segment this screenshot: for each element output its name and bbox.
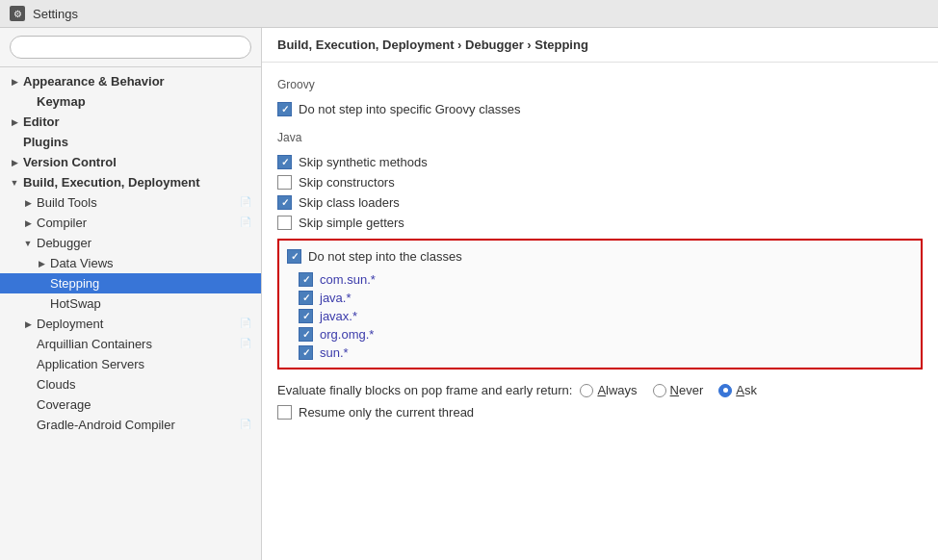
java-section-label: Java [277, 131, 923, 144]
checkbox-row-skip-simple-getters: Skip simple getters [277, 213, 923, 233]
radio-option-always[interactable]: Always [580, 383, 637, 397]
arrow-icon: ▶ [8, 75, 21, 89]
page-icon: 📄 [240, 338, 253, 351]
sidebar-item-clouds[interactable]: Clouds [0, 374, 261, 395]
never-radio-label: Never [670, 383, 704, 397]
arrow-icon [21, 419, 35, 432]
skip-class-loaders-label: Skip class loaders [299, 195, 400, 210]
evaluate-label: Evaluate finally blocks on pop frame and… [277, 383, 572, 397]
sidebar-item-editor[interactable]: ▶ Editor [0, 112, 261, 132]
sidebar-item-label: Compiler [37, 216, 236, 230]
always-radio[interactable] [580, 384, 593, 397]
resume-thread-label: Resume only the current thread [299, 405, 474, 420]
javax-checkbox[interactable] [299, 309, 313, 323]
page-icon: 📄 [240, 318, 253, 331]
arrow-icon [21, 358, 35, 371]
arrow-icon [21, 398, 35, 412]
skip-simple-getters-label: Skip simple getters [299, 216, 404, 230]
do-not-step-checkbox[interactable] [287, 249, 301, 264]
never-radio[interactable] [653, 384, 666, 397]
arrow-icon [21, 378, 35, 392]
com-sun-checkbox[interactable] [299, 272, 313, 287]
sidebar-item-label: Deployment [37, 317, 236, 331]
org-omg-label: org.omg.* [320, 327, 374, 342]
arrow-icon [8, 136, 21, 149]
resume-thread-checkbox[interactable] [277, 405, 292, 420]
class-item-sun: sun.* [295, 344, 913, 362]
sidebar: ▶ Appearance & Behavior Keymap ▶ Editor … [0, 28, 262, 560]
sidebar-item-label: Arquillian Containers [37, 337, 236, 351]
always-radio-label: Always [597, 383, 637, 397]
sidebar-item-label: HotSwap [50, 296, 253, 311]
sidebar-item-app-servers[interactable]: Application Servers [0, 354, 261, 374]
skip-constructors-checkbox[interactable] [277, 175, 292, 190]
sidebar-item-version-control[interactable]: ▶ Version Control [0, 152, 261, 172]
do-not-step-header-row: Do not step into the classes [287, 246, 913, 267]
sidebar-item-plugins[interactable]: Plugins [0, 132, 261, 152]
javax-label: javax.* [320, 309, 357, 323]
arrow-icon: ▼ [8, 176, 21, 190]
sidebar-item-debugger[interactable]: ▼ Debugger [0, 233, 261, 253]
ask-radio-label: Ask [736, 383, 757, 397]
class-item-java: java.* [295, 289, 913, 307]
arrow-icon: ▶ [8, 156, 21, 169]
checkbox-row-skip-class-loaders: Skip class loaders [277, 192, 923, 213]
sidebar-item-coverage[interactable]: Coverage [0, 395, 261, 415]
radio-option-never[interactable]: Never [653, 383, 704, 397]
sun-checkbox[interactable] [299, 345, 313, 360]
groovy-section-label: Groovy [277, 78, 923, 91]
sidebar-item-label: Build Tools [37, 195, 236, 210]
sidebar-item-label: Clouds [37, 377, 253, 392]
sidebar-item-label: Stepping [50, 276, 253, 291]
sidebar-item-data-views[interactable]: ▶ Data Views [0, 253, 261, 273]
skip-simple-getters-checkbox[interactable] [277, 216, 292, 230]
class-item-org-omg: org.omg.* [295, 325, 913, 344]
checkbox-row-groovy-no-step: Do not step into specific Groovy classes [277, 99, 923, 119]
evaluate-row: Evaluate finally blocks on pop frame and… [277, 383, 923, 397]
class-item-com-sun: com.sun.* [295, 270, 913, 289]
search-input[interactable] [10, 36, 251, 59]
groovy-no-step-checkbox[interactable] [277, 102, 292, 116]
title-bar-label: Settings [33, 7, 78, 21]
sidebar-item-label: Build, Execution, Deployment [23, 175, 253, 190]
arrow-icon [35, 277, 48, 291]
skip-constructors-label: Skip constructors [299, 175, 395, 190]
sidebar-item-appearance[interactable]: ▶ Appearance & Behavior [0, 71, 261, 91]
arrow-icon [21, 95, 35, 109]
sidebar-item-arquillian[interactable]: Arquillian Containers 📄 [0, 334, 261, 354]
com-sun-label: com.sun.* [320, 272, 376, 287]
radio-option-ask[interactable]: Ask [718, 383, 757, 397]
ask-radio[interactable] [718, 384, 732, 397]
page-icon: 📄 [240, 216, 253, 230]
arrow-icon: ▶ [21, 216, 35, 230]
checkbox-row-skip-constructors: Skip constructors [277, 172, 923, 192]
sidebar-item-compiler[interactable]: ▶ Compiler 📄 [0, 213, 261, 233]
breadcrumb: Build, Execution, Deployment › Debugger … [262, 28, 938, 63]
arrow-icon [35, 297, 48, 311]
java-checkbox[interactable] [299, 291, 313, 305]
sidebar-item-gradle-android[interactable]: Gradle-Android Compiler 📄 [0, 415, 261, 435]
sidebar-item-label: Plugins [23, 135, 253, 149]
sidebar-item-keymap[interactable]: Keymap [0, 91, 261, 112]
arrow-icon: ▼ [21, 237, 35, 250]
sidebar-item-deployment[interactable]: ▶ Deployment 📄 [0, 314, 261, 334]
sidebar-item-label: Editor [23, 115, 253, 129]
sidebar-item-label: Appearance & Behavior [23, 74, 253, 89]
skip-synthetic-checkbox[interactable] [277, 155, 292, 169]
sidebar-item-build-tools[interactable]: ▶ Build Tools 📄 [0, 192, 261, 213]
sidebar-item-label: Version Control [23, 155, 253, 169]
arrow-icon: ▶ [21, 196, 35, 210]
org-omg-checkbox[interactable] [299, 327, 313, 342]
sidebar-item-hotswap[interactable]: HotSwap [0, 293, 261, 314]
arrow-icon [21, 338, 35, 351]
sidebar-item-stepping[interactable]: Stepping [0, 273, 261, 293]
page-icon: 📄 [240, 419, 253, 432]
sidebar-item-build-execution[interactable]: ▼ Build, Execution, Deployment [0, 172, 261, 192]
groovy-no-step-label: Do not step into specific Groovy classes [299, 102, 521, 116]
arrow-icon: ▶ [8, 115, 21, 129]
main-container: ▶ Appearance & Behavior Keymap ▶ Editor … [0, 28, 938, 560]
page-icon: 📄 [240, 196, 253, 210]
sidebar-item-label: Gradle-Android Compiler [37, 418, 236, 432]
skip-class-loaders-checkbox[interactable] [277, 195, 292, 210]
sidebar-item-label: Keymap [37, 94, 253, 109]
